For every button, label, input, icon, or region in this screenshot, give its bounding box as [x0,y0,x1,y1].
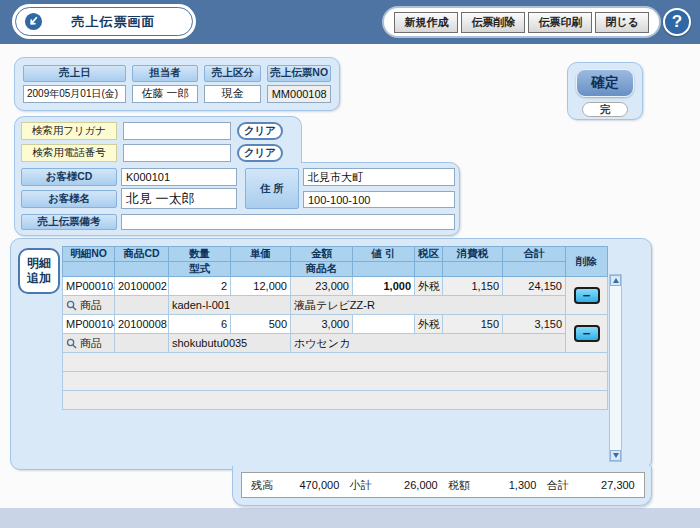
delete-cell: − [566,315,608,353]
balance-label: 残高 [251,478,273,493]
furigana-clear-button[interactable]: クリア [237,122,283,140]
address-line2-field[interactable]: 100-100-100 [303,191,455,208]
col-tax: 消費税 [443,247,503,262]
furigana-search-input[interactable] [123,122,231,140]
customer-code-label: お客様CD [21,168,117,186]
amount-cell: 3,000 [291,315,353,334]
total-cell: 3,150 [503,315,566,334]
unit-price-cell[interactable]: 500 [231,315,291,334]
tax-cell: 1,150 [443,277,503,296]
sales-type-field[interactable]: 現金 [204,85,262,103]
col-line-no: 明細NO [63,247,115,262]
delete-row-button[interactable]: − [574,325,600,342]
slip-no-label: 売上伝票NO [267,65,331,82]
empty-row [63,391,608,410]
discount-cell[interactable] [353,315,415,334]
customer-name-label: お客様名 [21,190,117,208]
product-name-cell: 液晶テレビZZ-R [291,296,566,315]
detail-subrow: 商品 kaden-l-001 液晶テレビZZ-R [63,296,608,315]
grand-total-value: 27,300 [583,479,635,491]
tax-amount-label: 税額 [448,478,470,493]
total-cell: 24,150 [503,277,566,296]
scroll-down-icon[interactable] [610,450,621,461]
customer-info-panel: お客様CD K000101 住 所 北見市大町 お客様名 北見 一太郎 100-… [14,162,460,236]
quantity-cell[interactable]: 6 [169,315,231,334]
product-lookup-button[interactable]: 商品 [66,336,111,351]
sales-date-field[interactable]: 2009年05月01日(金) [23,85,126,103]
table-subheader-row: 型式 商品名 [63,262,608,277]
col-amount: 金額 [291,247,353,262]
tax-cell: 150 [443,315,503,334]
col-model: 型式 [169,262,231,277]
col-quantity: 数量 [169,247,231,262]
tax-amount-value: 1,300 [484,479,536,491]
delete-row-button[interactable]: − [574,287,600,304]
furigana-search-label: 検索用フリガナ [21,122,117,140]
footer-strip [0,508,700,528]
sales-date-label: 売上日 [23,65,126,82]
grand-total-label: 合計 [547,478,569,493]
address-label: 住 所 [245,168,299,209]
col-product-name: 商品名 [291,262,353,277]
close-button[interactable]: 閉じる [595,12,649,33]
amount-cell: 23,000 [291,277,353,296]
col-unit-price: 単価 [231,247,291,262]
quantity-cell[interactable]: 2 [169,277,231,296]
product-lookup-cell[interactable]: 商品 [63,296,115,315]
customer-name-field: 北見 一太郎 [121,188,237,209]
col-discount: 値 引 [353,247,415,262]
customer-search-panel: 検索用フリガナ クリア 検索用電話番号 クリア [14,116,302,163]
slip-info-panel: 売上日 2009年05月01日(金) 担当者 佐藤 一郎 売上区分 現金 売上伝… [14,57,340,111]
slip-note-input[interactable] [121,214,455,230]
address-line1-field: 北見市大町 [303,168,455,186]
confirm-button[interactable]: 確定 [576,69,634,97]
print-slip-button[interactable]: 伝票印刷 [528,12,592,33]
page-title: 売上伝票画面 [43,13,184,31]
product-name-cell: ホウセンカ [291,334,566,353]
product-lookup-button[interactable]: 商品 [66,298,111,313]
detail-subrow: 商品 shokubutu0035 ホウセンカ [63,334,608,353]
totals-strip: 残高 470,000 小計 26,000 税額 1,300 合計 27,300 [241,472,645,498]
empty-row [63,372,608,391]
toolbar: 新規作成 伝票削除 伝票印刷 閉じる [384,8,659,36]
search-icon [66,338,77,349]
status-badge: 完 [582,102,628,117]
line-no-cell[interactable]: MP000104 [63,315,115,334]
detail-row: MP000103 20100002 2 12,000 23,000 1,000 … [63,277,608,296]
help-icon[interactable]: ? [663,8,691,36]
phone-search-input[interactable] [123,144,231,162]
totals-panel: 残高 470,000 小計 26,000 税額 1,300 合計 27,300 [232,466,652,506]
sales-slip-screen: 売上伝票画面 新規作成 伝票削除 伝票印刷 閉じる ? 売上日 2009年05月… [0,0,700,528]
phone-clear-button[interactable]: クリア [237,144,283,162]
sales-type-label: 売上区分 [204,65,262,82]
table-scrollbar[interactable] [609,274,622,462]
model-cell: kaden-l-001 [169,296,291,315]
staff-label: 担当者 [132,65,198,82]
product-lookup-cell[interactable]: 商品 [63,334,115,353]
line-no-cell[interactable]: MP000103 [63,277,115,296]
slip-no-field: MM000108 [267,85,331,103]
customer-code-field[interactable]: K000101 [121,168,237,186]
clock-arrow-icon [24,12,43,31]
product-code-cell[interactable]: 20100008 [115,315,169,334]
screen-title-pill: 売上伝票画面 [15,7,193,36]
confirm-panel: 確定 完 [567,62,643,120]
phone-search-label: 検索用電話番号 [21,144,117,162]
discount-cell[interactable]: 1,000 [353,277,415,296]
titlebar: 売上伝票画面 新規作成 伝票削除 伝票印刷 閉じる ? [0,0,700,44]
product-code-cell[interactable]: 20100002 [115,277,169,296]
add-detail-line-button[interactable]: 明細 追加 [18,248,60,294]
unit-price-cell[interactable]: 12,000 [231,277,291,296]
staff-field[interactable]: 佐藤 一郎 [132,85,198,103]
table-header-row: 明細NO 商品CD 数量 単価 金額 値 引 税区 消費税 合計 削除 [63,247,608,262]
col-delete: 削除 [566,247,608,277]
col-tax-type: 税区 [415,247,443,262]
subtotal-label: 小計 [350,478,372,493]
search-icon [66,300,77,311]
tax-type-cell: 外税 [415,277,443,296]
delete-slip-button[interactable]: 伝票削除 [461,12,525,33]
detail-row: MP000104 20100008 6 500 3,000 外税 150 3,1… [63,315,608,334]
slip-note-label: 売上伝票備考 [21,214,117,230]
new-slip-button[interactable]: 新規作成 [394,12,458,33]
scroll-up-icon[interactable] [610,275,621,286]
